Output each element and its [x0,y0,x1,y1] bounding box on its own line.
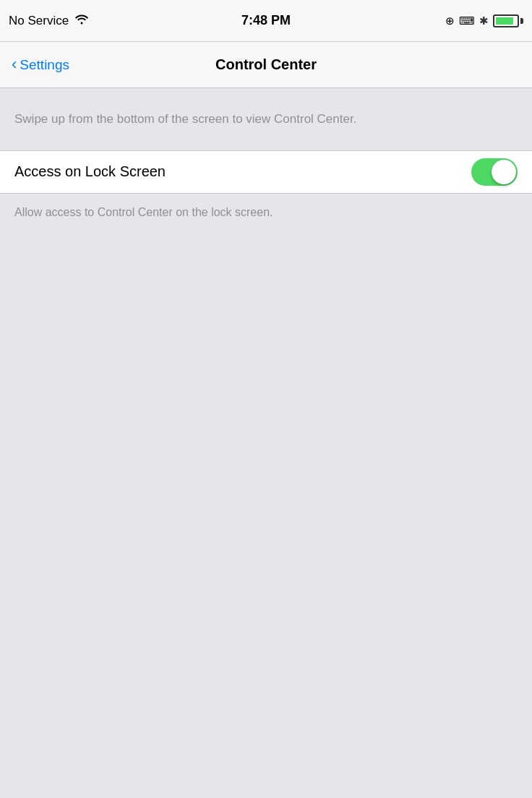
carrier-text: No Service [9,14,69,28]
orientation-lock-icon: ⊕ [445,14,455,27]
page-title: Control Center [215,56,317,73]
settings-group: Access on Lock Screen [0,150,532,194]
toggle-knob [492,160,516,184]
empty-space [0,231,532,799]
status-time: 7:48 PM [241,13,291,28]
status-right: ⊕ ⌨ ✱ [445,14,523,27]
description-section: Swipe up from the bottom of the screen t… [0,88,532,150]
access-lock-screen-label: Access on Lock Screen [14,163,166,180]
back-button-label: Settings [20,57,69,73]
content-area: Swipe up from the bottom of the screen t… [0,88,532,798]
description-text: Swipe up from the bottom of the screen t… [14,110,518,129]
back-button[interactable]: ‹ Settings [12,57,69,73]
battery-icon [493,14,523,27]
access-lock-screen-toggle[interactable] [471,158,518,186]
keyboard-icon: ⌨ [459,14,475,27]
status-bar: No Service 7:48 PM ⊕ ⌨ ✱ [0,0,532,42]
wifi-icon [74,13,89,28]
footer-text: Allow access to Control Center on the lo… [14,204,518,221]
footer-description: Allow access to Control Center on the lo… [0,194,532,231]
access-lock-screen-row: Access on Lock Screen [0,150,532,194]
status-left: No Service [9,13,89,28]
back-chevron-icon: ‹ [12,56,17,72]
bluetooth-icon: ✱ [479,14,489,27]
nav-bar: ‹ Settings Control Center [0,42,532,88]
